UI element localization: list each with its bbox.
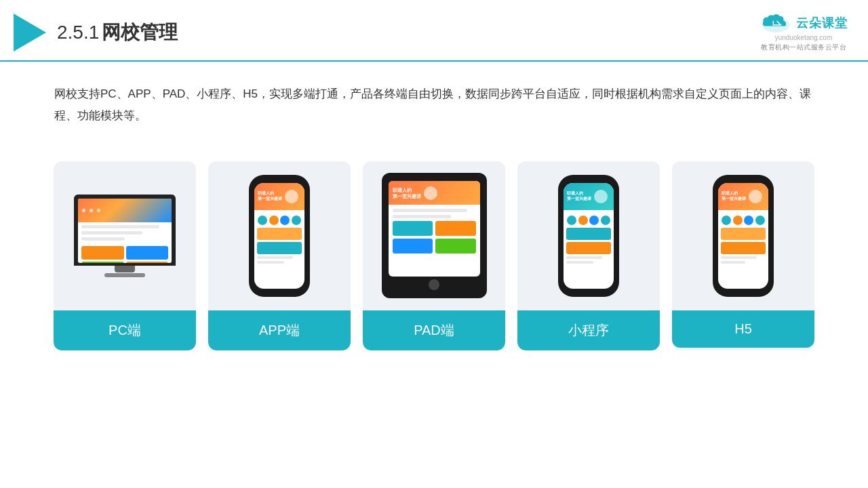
- brand-url: yunduoketang.com: [775, 34, 833, 41]
- play-icon: [14, 14, 46, 52]
- description-text: 网校支持PC、APP、PAD、小程序、H5，实现多端打通，产品各终端自由切换，数…: [54, 83, 814, 127]
- phone-mockup-miniapp: 职通人的第一堂兴趣课: [558, 175, 619, 297]
- card-pad-label: PAD端: [363, 310, 505, 350]
- brand-cloud-row: 云朵课堂: [760, 12, 848, 34]
- pc-mockup: [74, 195, 176, 277]
- card-pc: PC端: [54, 161, 196, 350]
- description-block: 网校支持PC、APP、PAD、小程序、H5，实现多端打通，产品各终端自由切换，数…: [0, 62, 868, 141]
- card-pad-image: 职通人的第一堂兴趣课: [363, 161, 505, 310]
- cloud-icon: [760, 12, 792, 34]
- phone-mockup-h5: 职通人的第一堂兴趣课: [713, 175, 774, 297]
- card-h5: 职通人的第一堂兴趣课: [672, 161, 814, 350]
- header: 2.5.1网校管理 云朵课堂 yunduoketang.com 教育机构一站式服…: [0, 0, 868, 62]
- card-pc-image: [54, 161, 196, 310]
- brand-name: 云朵课堂: [796, 15, 848, 31]
- brand-logo: 云朵课堂 yunduoketang.com 教育机构一站式服务云平台: [760, 12, 848, 52]
- card-h5-label: H5: [672, 310, 814, 348]
- card-miniapp: 职通人的第一堂兴趣课: [517, 161, 660, 350]
- card-app: 职通人的第一堂兴趣课: [208, 161, 351, 350]
- card-app-image: 职通人的第一堂兴趣课: [208, 161, 351, 310]
- pad-mockup: 职通人的第一堂兴趣课: [382, 173, 487, 298]
- cards-container: PC端 职通人的第一堂兴趣课: [0, 148, 868, 364]
- phone-mockup-app: 职通人的第一堂兴趣课: [249, 175, 310, 297]
- card-app-label: APP端: [208, 310, 351, 350]
- card-pad: 职通人的第一堂兴趣课: [363, 161, 505, 350]
- card-h5-image: 职通人的第一堂兴趣课: [672, 161, 814, 310]
- card-miniapp-image: 职通人的第一堂兴趣课: [517, 161, 660, 310]
- card-pc-label: PC端: [54, 310, 196, 350]
- header-left: 2.5.1网校管理: [14, 14, 178, 52]
- card-miniapp-label: 小程序: [517, 310, 660, 350]
- page-title: 2.5.1网校管理: [57, 20, 178, 45]
- brand-slogan: 教育机构一站式服务云平台: [761, 43, 846, 52]
